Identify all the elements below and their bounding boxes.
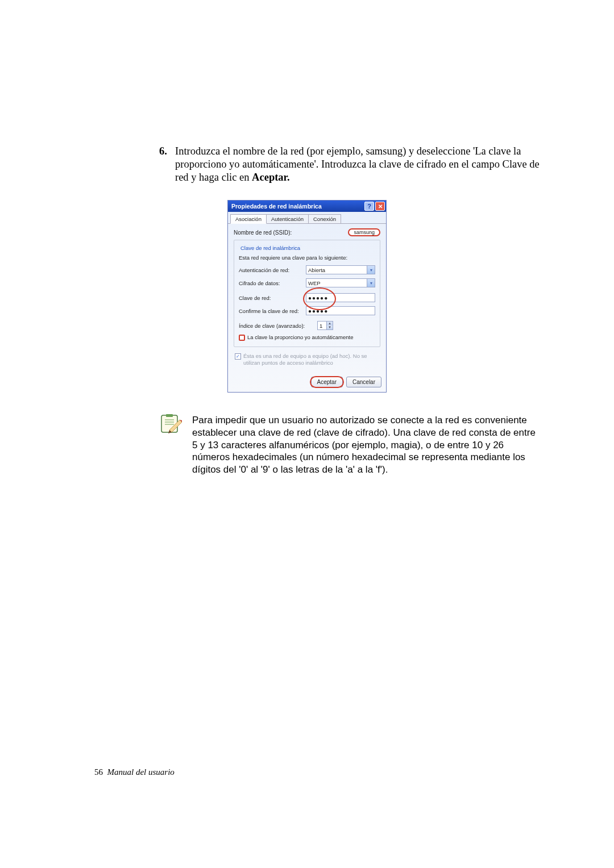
auth-select[interactable]: Abierta ▾ — [306, 265, 375, 274]
cancel-button[interactable]: Cancelar — [346, 377, 381, 387]
help-button[interactable]: ? — [364, 202, 374, 211]
ssid-input[interactable]: samsung — [348, 228, 380, 236]
page-footer: 56 Manual del usuario — [94, 767, 175, 777]
confirm-key-input[interactable]: ●●●●● — [306, 306, 375, 315]
network-key-input[interactable]: ●●●●● — [306, 293, 375, 302]
close-button[interactable]: ✕ — [375, 202, 385, 211]
cipher-select[interactable]: WEP ▾ — [306, 278, 375, 287]
dialog-title: Propiedades de red inalámbrica — [231, 203, 322, 210]
index-label: Índice de clave (avanzado): — [239, 323, 317, 329]
key-label: Clave de red: — [239, 295, 306, 301]
stepper-down-icon[interactable]: ▼ — [327, 326, 333, 329]
fieldset-legend: Clave de red inalámbrica — [239, 245, 302, 251]
ok-button[interactable]: Aceptar — [311, 377, 343, 387]
footer-label: Manual del usuario — [107, 767, 175, 777]
step-text: Introduzca el nombre de la red (por ejem… — [175, 145, 540, 184]
adhoc-label: Ésta es una red de equipo a equipo (ad h… — [243, 353, 379, 366]
adhoc-checkbox[interactable]: ✓ — [235, 353, 241, 360]
note-text: Para impedir que un usuario no autorizad… — [192, 414, 540, 476]
auto-key-label: La clave la proporciono yo automáticamen… — [247, 334, 353, 340]
auth-value: Abierta — [308, 267, 325, 273]
tab-asociacion[interactable]: Asociación — [230, 214, 267, 224]
wireless-key-fieldset: Clave de red inalámbrica Esta red requie… — [234, 240, 380, 347]
auto-key-checkbox[interactable] — [239, 335, 245, 341]
key-index-value: 1 — [318, 322, 326, 329]
svg-rect-1 — [166, 414, 173, 417]
auth-label: Autenticación de red: — [239, 267, 306, 273]
ssid-label: Nombre de red (SSID): — [234, 229, 348, 236]
note-icon — [159, 414, 182, 437]
step-number: 6. — [159, 145, 175, 184]
tab-conexion[interactable]: Conexión — [308, 214, 341, 223]
chevron-down-icon: ▾ — [367, 279, 375, 287]
ok-label: Aceptar — [317, 379, 337, 385]
tabs: Asociación Autenticación Conexión — [228, 212, 386, 224]
wireless-properties-dialog: Propiedades de red inalámbrica ? ✕ Asoci… — [227, 200, 387, 393]
page-number: 56 — [94, 767, 103, 777]
confirm-key-label: Confirme la clave de red: — [239, 308, 306, 314]
step-text-bold: Aceptar. — [252, 172, 290, 183]
chevron-down-icon: ▾ — [367, 266, 375, 274]
cipher-label: Cifrado de datos: — [239, 280, 306, 286]
key-index-stepper[interactable]: 1 ▲ ▼ — [317, 321, 333, 330]
dialog-titlebar: Propiedades de red inalámbrica ? ✕ — [228, 201, 386, 212]
cipher-value: WEP — [308, 280, 321, 286]
fieldset-text: Esta red requiere una clave para lo sigu… — [239, 254, 375, 261]
tab-autenticacion[interactable]: Autenticación — [266, 214, 309, 223]
step-text-part: Introduzca el nombre de la red (por ejem… — [175, 145, 540, 183]
stepper-up-icon[interactable]: ▲ — [327, 322, 333, 326]
